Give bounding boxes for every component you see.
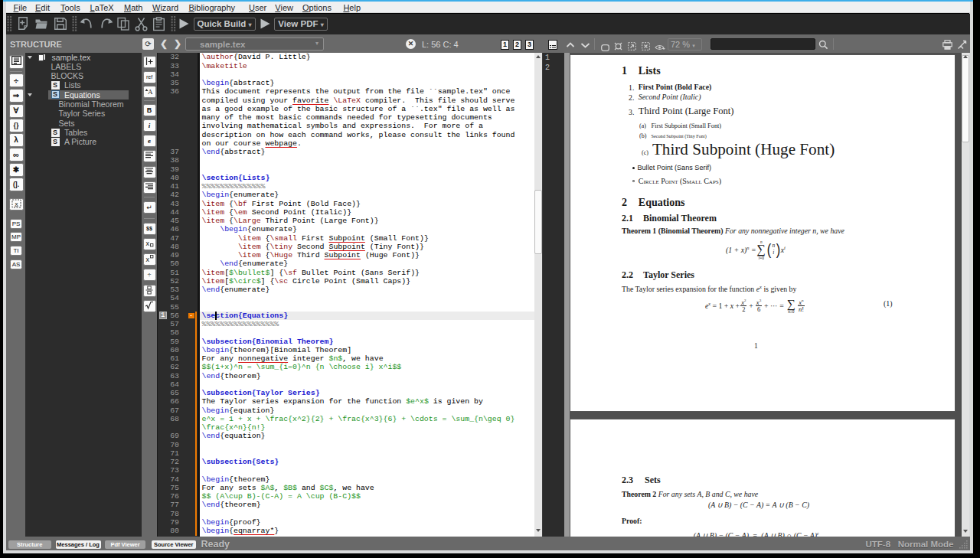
svg-text:A: A: [148, 88, 153, 96]
svg-text:x: x: [146, 256, 150, 263]
svg-text:x: x: [146, 240, 150, 247]
svg-text:x̲: x̲: [14, 201, 18, 207]
